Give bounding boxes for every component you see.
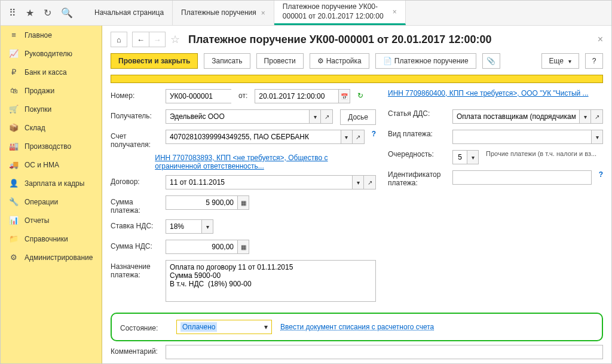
calc-icon[interactable]: ▦ [237,240,249,254]
apps-icon[interactable]: ⠿ [9,7,16,19]
favorite-icon[interactable]: ☆ [170,33,180,46]
header: ⌂ ← → ☆ Платежное поручение УК00-000001 … [102,26,611,51]
factory-icon: 🏭 [9,142,19,151]
status-label: Состояние: [120,322,168,332]
purpose-textarea[interactable] [166,260,376,302]
post-button[interactable]: Провести [256,53,304,69]
forward-button[interactable]: → [149,32,166,47]
post-and-close-button[interactable]: Провести и закрыть [111,53,198,69]
status-link[interactable]: Ввести документ списания с расчетного сч… [280,323,434,331]
priority-input[interactable] [452,150,467,164]
refresh-icon[interactable]: ↻ [357,89,363,100]
sidebar: ≡Главное 📈Руководителю ₽Банк и касса 🛍Пр… [1,26,102,363]
dropdown-icon[interactable]: ▾ [579,109,591,124]
tab-payment-order-doc[interactable]: Платежное поручение УК00-000001 от 20.01… [274,1,406,25]
sidebar-item-bank[interactable]: ₽Банк и касса [1,63,102,81]
person-icon: 👤 [9,179,19,188]
payer-inn-link[interactable]: ИНН 7707083893, КПП <не требуется>, Обще… [155,154,376,170]
payment-order-button[interactable]: 📄Платежное поручение [375,53,476,69]
dropdown-icon[interactable]: ▾ [467,150,479,164]
open-icon[interactable]: ↗ [321,109,333,124]
sum-input[interactable] [166,195,237,210]
sidebar-item-production[interactable]: 🏭Производство [1,137,102,155]
sidebar-item-warehouse[interactable]: 📦Склад [1,118,102,137]
highlight-bar [111,75,603,83]
bag-icon: 🛍 [9,86,19,95]
toolbar: Провести и закрыть Записать Провести ⚙На… [102,51,611,75]
status-box: Состояние: Оплачено ▾ Ввести документ сп… [111,313,603,341]
sidebar-item-manager[interactable]: 📈Руководителю [1,44,102,63]
search-icon[interactable]: 🔍 [61,7,73,19]
close-icon[interactable]: × [261,9,265,17]
folder-icon: 📁 [9,234,19,243]
more-button[interactable]: Еще [541,53,579,69]
sidebar-item-sales[interactable]: 🛍Продажи [1,81,102,100]
vat-sum-label: Сумма НДС: [111,240,158,250]
vat-rate-input[interactable] [166,219,201,234]
contract-label: Договор: [111,175,158,186]
sidebar-item-purchases[interactable]: 🛒Покупки [1,100,102,118]
form: Номер: от: 📅 ↻ [102,75,611,363]
back-button[interactable]: ← [132,32,149,47]
identifier-input[interactable] [452,170,592,185]
open-icon[interactable]: ↗ [353,130,365,144]
org-inn-link[interactable]: ИНН 7709860400, КПП <не требуется>, ООО … [388,89,589,97]
dds-label: Статья ДДС: [388,109,442,118]
comment-input[interactable] [166,345,603,359]
account-input[interactable] [166,130,341,144]
close-button[interactable]: × [598,34,603,45]
purpose-label: Назначение платежа: [111,260,158,279]
tabs: Начальная страница Платежные поручения ×… [86,1,406,25]
sidebar-item-assets[interactable]: 🚚ОС и НМА [1,155,102,174]
calendar-icon[interactable]: 📅 [338,89,350,103]
sidebar-item-hr[interactable]: 👤Зарплата и кадры [1,174,102,192]
truck-icon: 🚚 [9,160,19,169]
dossier-button[interactable]: Досье [340,109,376,125]
close-icon[interactable]: × [393,8,397,16]
dropdown-icon[interactable]: ▾ [352,175,364,189]
dropdown-icon[interactable]: ▾ [591,130,603,144]
wrench-icon: 🔧 [9,197,19,206]
payment-type-input[interactable] [452,130,591,144]
page-title: Платежное поручение УК00-000001 от 20.01… [188,33,491,46]
recipient-input[interactable] [166,109,309,124]
settings-button[interactable]: ⚙Настройка [310,53,369,69]
date-label: от: [238,89,247,100]
sidebar-item-operations[interactable]: 🔧Операции [1,192,102,211]
menu-icon: ≡ [9,30,19,39]
help-icon[interactable]: ? [372,130,376,138]
tab-home[interactable]: Начальная страница [86,1,173,25]
history-icon[interactable]: ↻ [44,7,51,19]
contract-input[interactable] [166,175,352,189]
home-button[interactable]: ⌂ [111,32,127,47]
dds-input[interactable] [452,109,579,124]
cart-icon: 🛒 [9,105,19,114]
chart-icon: 📈 [9,49,19,58]
status-select[interactable]: Оплачено ▾ [176,320,272,334]
dropdown-icon[interactable]: ▾ [341,130,353,144]
dropdown-icon[interactable]: ▾ [309,109,321,124]
doc-icon: 📄 [383,57,392,65]
priority-label: Очередность: [388,150,442,158]
open-icon[interactable]: ↗ [364,175,376,189]
vat-sum-input[interactable] [166,240,237,254]
number-input[interactable] [166,89,231,103]
date-input[interactable] [255,89,338,103]
sidebar-item-main[interactable]: ≡Главное [1,26,102,44]
gear-icon: ⚙ [9,253,19,262]
open-icon[interactable]: ↗ [591,109,603,124]
sidebar-item-references[interactable]: 📁Справочники [1,230,102,248]
help-icon[interactable]: ? [599,170,603,179]
dropdown-icon[interactable]: ▾ [201,219,213,234]
ruble-icon: ₽ [9,68,19,77]
barchart-icon: 📊 [9,216,19,225]
sum-label: Сумма платежа: [111,195,158,215]
tab-payment-orders[interactable]: Платежные поручения × [173,1,274,25]
star-icon[interactable]: ★ [26,7,34,19]
attach-button[interactable]: 📎 [482,53,500,69]
record-button[interactable]: Записать [204,53,250,69]
sidebar-item-reports[interactable]: 📊Отчеты [1,211,102,230]
sidebar-item-admin[interactable]: ⚙Администрирование [1,248,102,267]
calc-icon[interactable]: ▦ [237,195,249,210]
help-button[interactable]: ? [585,53,603,69]
